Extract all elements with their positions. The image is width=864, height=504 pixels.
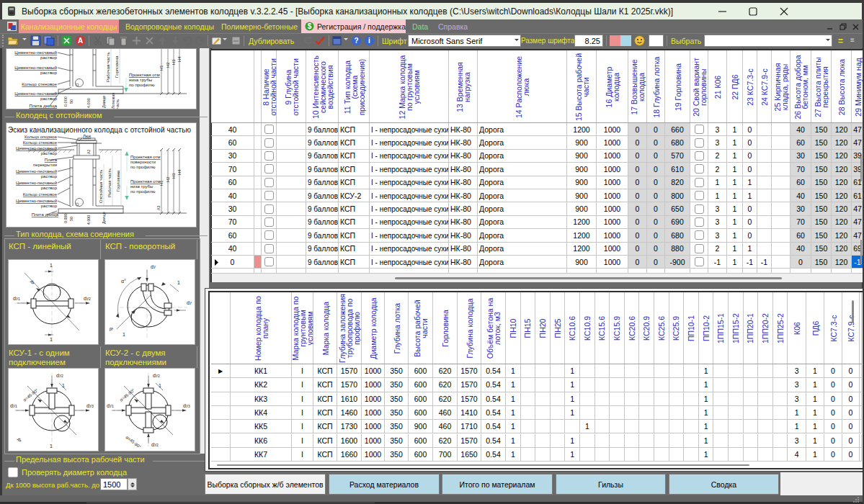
svg-text:dУ1: dУ1 [13, 296, 20, 301]
svg-text:низа трубы: низа трубы [129, 77, 153, 82]
svg-text:Кольцо опорное: Кольцо опорное [25, 135, 58, 139]
svg-text:дк: дк [108, 325, 114, 331]
svg-text:Горловина: Горловина [114, 55, 119, 78]
svg-text:dУ2: dУ2 [56, 373, 63, 378]
svg-text:Цементно-песчаный: Цементно-песчаный [16, 146, 57, 150]
svg-text:Рабочая часть: Рабочая часть [105, 52, 110, 82]
svg-text:Днище: Днище [102, 212, 106, 224]
svg-text:А3: А3 [156, 205, 161, 210]
svg-text:Н3: Н3 [172, 173, 176, 179]
svg-text:dУ: dУ [151, 264, 156, 269]
svg-text:Н4: Н4 [177, 169, 182, 175]
svg-text:Н4: Н4 [177, 56, 182, 62]
svg-text:Цементно-песчаный: Цементно-песчаный [16, 199, 57, 203]
svg-text:α=45-90°: α=45-90° [119, 387, 136, 402]
svg-text:раствор: раствор [40, 96, 57, 101]
svg-text:Люк: Люк [83, 134, 91, 138]
svg-text:$: $ [308, 22, 312, 30]
svg-text:Цементно-песчаный: Цементно-песчаный [14, 91, 57, 96]
svg-text:α=45-90°: α=45-90° [125, 435, 142, 449]
svg-text:1: 1 [50, 444, 53, 449]
svg-text:раствор: раствор [40, 70, 57, 75]
svg-text:Кольцо стеновое: Кольцо стеновое [23, 192, 58, 197]
svg-text:1: 1 [50, 337, 53, 342]
svg-text:А2: А2 [86, 149, 91, 154]
svg-text:Н1: Н1 [159, 180, 164, 186]
svg-text:Проектная отм: Проектная отм [130, 155, 160, 159]
svg-text:Н2: Н2 [166, 176, 170, 182]
svg-text:dУ1: dУ1 [107, 403, 114, 408]
svg-text:раствор: раствор [40, 55, 57, 60]
svg-text:1: 1 [50, 263, 53, 268]
svg-text:раствор: раствор [41, 174, 58, 179]
svg-text:Н1: Н1 [159, 65, 164, 71]
svg-text:Н3: Н3 [172, 59, 176, 65]
svg-text:50: 50 [69, 217, 74, 221]
svg-text:Цементно-песчаный: Цементно-песчаный [14, 50, 57, 55]
svg-text:Цементно-песчаный: Цементно-песчаный [14, 65, 57, 70]
svg-text:Проектная отм: Проектная отм [129, 72, 160, 77]
svg-text:Кольцо стеновое: Кольцо стеновое [23, 140, 58, 145]
svg-text:?: ? [354, 37, 358, 45]
svg-text:по профилю: по профилю [130, 165, 156, 169]
svg-text:низа трубы: низа трубы [130, 184, 153, 189]
svg-text:4.000: 4.000 [86, 98, 91, 108]
svg-text:Плита: Плита [45, 158, 58, 162]
svg-text:1: 1 [123, 332, 125, 337]
svg-text:Отстойная часть: Отстойная часть [99, 169, 103, 203]
svg-text:Проектная отм: Проектная отм [130, 179, 160, 184]
svg-text:α°: α° [121, 279, 126, 284]
svg-text:дк: дк [30, 279, 36, 285]
svg-text:4.000: 4.000 [86, 215, 91, 225]
svg-text:1: 1 [159, 383, 161, 388]
svg-text:раствор: раствор [41, 204, 58, 208]
svg-text:i: i [368, 37, 370, 45]
svg-text:50: 50 [69, 99, 74, 104]
svg-text:α=45-90°: α=45-90° [22, 387, 40, 402]
svg-text:dУ2: dУ2 [151, 442, 159, 447]
svg-text:поверхности: поверхности [130, 160, 156, 164]
svg-text:dУ: dУ [187, 300, 192, 305]
svg-text:Плита днища: Плита днища [30, 103, 58, 108]
svg-text:dУ3: dУ3 [86, 403, 94, 408]
svg-text:dУ3: dУ3 [183, 403, 190, 408]
svg-text:Днище: Днище [102, 96, 106, 108]
svg-text:1: 1 [177, 280, 180, 285]
svg-text:раствор: раствор [41, 151, 58, 156]
svg-text:Цементно-песчаный: Цементно-песчаный [16, 181, 57, 185]
svg-text:dУ2: dУ2 [153, 373, 160, 378]
svg-text:dУ2: dУ2 [84, 296, 91, 301]
svg-text:dУ1: dУ1 [10, 403, 17, 408]
svg-text:Цементно-песчаный: Цементно-песчаный [16, 169, 57, 174]
svg-text:Кольцо стеновое: Кольцо стеновое [22, 81, 57, 86]
svg-text:раствор: раствор [41, 186, 58, 190]
svg-text:Рабочая часть: Рабочая часть [107, 168, 112, 198]
svg-text:A: A [78, 37, 83, 45]
svg-text:по профилю: по профилю [130, 189, 156, 194]
svg-text:дк: дк [17, 436, 23, 443]
svg-text:1: 1 [62, 383, 65, 388]
svg-text:0.000: 0.000 [63, 96, 68, 107]
svg-text:Горловина: Горловина [116, 170, 120, 192]
svg-text:перекрытия: перекрытия [33, 163, 57, 167]
svg-text:по профилю: по профилю [129, 82, 155, 87]
svg-text:Н2: Н2 [166, 62, 170, 68]
svg-text:0.000: 0.000 [63, 214, 68, 223]
svg-text:часть: часть [115, 99, 120, 109]
